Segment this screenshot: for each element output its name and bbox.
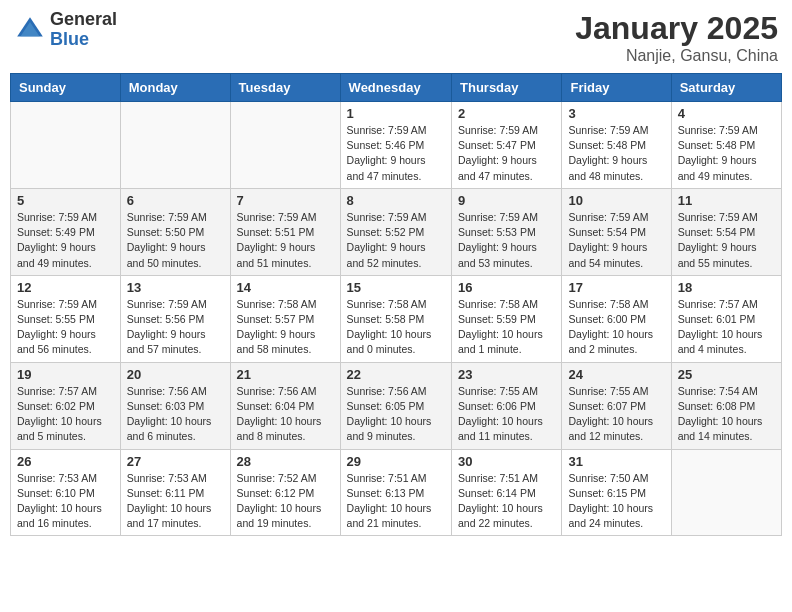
day-number: 8 <box>347 193 445 208</box>
day-number: 1 <box>347 106 445 121</box>
day-number: 22 <box>347 367 445 382</box>
calendar-day-cell: 8Sunrise: 7:59 AM Sunset: 5:52 PM Daylig… <box>340 188 451 275</box>
day-info: Sunrise: 7:59 AM Sunset: 5:56 PM Dayligh… <box>127 297 224 358</box>
calendar-day-cell: 11Sunrise: 7:59 AM Sunset: 5:54 PM Dayli… <box>671 188 781 275</box>
calendar-day-cell: 6Sunrise: 7:59 AM Sunset: 5:50 PM Daylig… <box>120 188 230 275</box>
day-info: Sunrise: 7:55 AM Sunset: 6:07 PM Dayligh… <box>568 384 664 445</box>
calendar-header-monday: Monday <box>120 74 230 102</box>
day-number: 11 <box>678 193 775 208</box>
calendar-day-cell: 3Sunrise: 7:59 AM Sunset: 5:48 PM Daylig… <box>562 102 671 189</box>
day-info: Sunrise: 7:59 AM Sunset: 5:55 PM Dayligh… <box>17 297 114 358</box>
calendar-header-saturday: Saturday <box>671 74 781 102</box>
day-info: Sunrise: 7:59 AM Sunset: 5:48 PM Dayligh… <box>568 123 664 184</box>
calendar-day-cell: 31Sunrise: 7:50 AM Sunset: 6:15 PM Dayli… <box>562 449 671 536</box>
calendar-day-cell: 21Sunrise: 7:56 AM Sunset: 6:04 PM Dayli… <box>230 362 340 449</box>
day-number: 21 <box>237 367 334 382</box>
day-number: 23 <box>458 367 555 382</box>
calendar-day-cell: 30Sunrise: 7:51 AM Sunset: 6:14 PM Dayli… <box>452 449 562 536</box>
day-number: 2 <box>458 106 555 121</box>
calendar-header-wednesday: Wednesday <box>340 74 451 102</box>
location: Nanjie, Gansu, China <box>575 47 778 65</box>
day-number: 19 <box>17 367 114 382</box>
day-info: Sunrise: 7:59 AM Sunset: 5:47 PM Dayligh… <box>458 123 555 184</box>
day-number: 28 <box>237 454 334 469</box>
calendar-week-row: 5Sunrise: 7:59 AM Sunset: 5:49 PM Daylig… <box>11 188 782 275</box>
day-info: Sunrise: 7:59 AM Sunset: 5:53 PM Dayligh… <box>458 210 555 271</box>
calendar-day-cell: 15Sunrise: 7:58 AM Sunset: 5:58 PM Dayli… <box>340 275 451 362</box>
day-number: 14 <box>237 280 334 295</box>
calendar-week-row: 19Sunrise: 7:57 AM Sunset: 6:02 PM Dayli… <box>11 362 782 449</box>
day-info: Sunrise: 7:53 AM Sunset: 6:10 PM Dayligh… <box>17 471 114 532</box>
day-number: 4 <box>678 106 775 121</box>
day-number: 29 <box>347 454 445 469</box>
logo-blue-text: Blue <box>50 30 117 50</box>
day-info: Sunrise: 7:54 AM Sunset: 6:08 PM Dayligh… <box>678 384 775 445</box>
page-header: General Blue January 2025 Nanjie, Gansu,… <box>10 10 782 65</box>
logo-general-text: General <box>50 10 117 30</box>
day-info: Sunrise: 7:56 AM Sunset: 6:05 PM Dayligh… <box>347 384 445 445</box>
calendar-day-cell: 18Sunrise: 7:57 AM Sunset: 6:01 PM Dayli… <box>671 275 781 362</box>
day-info: Sunrise: 7:59 AM Sunset: 5:46 PM Dayligh… <box>347 123 445 184</box>
day-info: Sunrise: 7:51 AM Sunset: 6:13 PM Dayligh… <box>347 471 445 532</box>
calendar-day-cell <box>230 102 340 189</box>
calendar-week-row: 26Sunrise: 7:53 AM Sunset: 6:10 PM Dayli… <box>11 449 782 536</box>
day-number: 9 <box>458 193 555 208</box>
day-info: Sunrise: 7:59 AM Sunset: 5:49 PM Dayligh… <box>17 210 114 271</box>
calendar-header-sunday: Sunday <box>11 74 121 102</box>
calendar-day-cell: 24Sunrise: 7:55 AM Sunset: 6:07 PM Dayli… <box>562 362 671 449</box>
day-number: 24 <box>568 367 664 382</box>
day-number: 25 <box>678 367 775 382</box>
day-info: Sunrise: 7:57 AM Sunset: 6:01 PM Dayligh… <box>678 297 775 358</box>
day-info: Sunrise: 7:59 AM Sunset: 5:54 PM Dayligh… <box>678 210 775 271</box>
calendar-day-cell: 27Sunrise: 7:53 AM Sunset: 6:11 PM Dayli… <box>120 449 230 536</box>
day-info: Sunrise: 7:52 AM Sunset: 6:12 PM Dayligh… <box>237 471 334 532</box>
calendar-day-cell: 25Sunrise: 7:54 AM Sunset: 6:08 PM Dayli… <box>671 362 781 449</box>
calendar-week-row: 1Sunrise: 7:59 AM Sunset: 5:46 PM Daylig… <box>11 102 782 189</box>
logo: General Blue <box>14 10 117 50</box>
day-info: Sunrise: 7:51 AM Sunset: 6:14 PM Dayligh… <box>458 471 555 532</box>
day-number: 20 <box>127 367 224 382</box>
calendar-header-thursday: Thursday <box>452 74 562 102</box>
day-info: Sunrise: 7:59 AM Sunset: 5:52 PM Dayligh… <box>347 210 445 271</box>
calendar-day-cell: 12Sunrise: 7:59 AM Sunset: 5:55 PM Dayli… <box>11 275 121 362</box>
calendar-day-cell: 10Sunrise: 7:59 AM Sunset: 5:54 PM Dayli… <box>562 188 671 275</box>
day-info: Sunrise: 7:59 AM Sunset: 5:54 PM Dayligh… <box>568 210 664 271</box>
day-number: 17 <box>568 280 664 295</box>
calendar-day-cell <box>11 102 121 189</box>
calendar-day-cell: 17Sunrise: 7:58 AM Sunset: 6:00 PM Dayli… <box>562 275 671 362</box>
day-info: Sunrise: 7:58 AM Sunset: 5:59 PM Dayligh… <box>458 297 555 358</box>
day-number: 18 <box>678 280 775 295</box>
calendar-day-cell: 4Sunrise: 7:59 AM Sunset: 5:48 PM Daylig… <box>671 102 781 189</box>
calendar-day-cell: 16Sunrise: 7:58 AM Sunset: 5:59 PM Dayli… <box>452 275 562 362</box>
calendar-day-cell: 26Sunrise: 7:53 AM Sunset: 6:10 PM Dayli… <box>11 449 121 536</box>
day-number: 6 <box>127 193 224 208</box>
calendar-day-cell: 28Sunrise: 7:52 AM Sunset: 6:12 PM Dayli… <box>230 449 340 536</box>
calendar: SundayMondayTuesdayWednesdayThursdayFrid… <box>10 73 782 536</box>
day-number: 27 <box>127 454 224 469</box>
day-info: Sunrise: 7:58 AM Sunset: 5:58 PM Dayligh… <box>347 297 445 358</box>
calendar-day-cell: 20Sunrise: 7:56 AM Sunset: 6:03 PM Dayli… <box>120 362 230 449</box>
calendar-header-friday: Friday <box>562 74 671 102</box>
calendar-day-cell: 1Sunrise: 7:59 AM Sunset: 5:46 PM Daylig… <box>340 102 451 189</box>
logo-icon <box>14 14 46 46</box>
day-info: Sunrise: 7:55 AM Sunset: 6:06 PM Dayligh… <box>458 384 555 445</box>
day-info: Sunrise: 7:59 AM Sunset: 5:50 PM Dayligh… <box>127 210 224 271</box>
calendar-day-cell: 13Sunrise: 7:59 AM Sunset: 5:56 PM Dayli… <box>120 275 230 362</box>
day-number: 16 <box>458 280 555 295</box>
calendar-day-cell: 23Sunrise: 7:55 AM Sunset: 6:06 PM Dayli… <box>452 362 562 449</box>
day-info: Sunrise: 7:53 AM Sunset: 6:11 PM Dayligh… <box>127 471 224 532</box>
calendar-day-cell: 14Sunrise: 7:58 AM Sunset: 5:57 PM Dayli… <box>230 275 340 362</box>
day-info: Sunrise: 7:58 AM Sunset: 6:00 PM Dayligh… <box>568 297 664 358</box>
day-info: Sunrise: 7:56 AM Sunset: 6:03 PM Dayligh… <box>127 384 224 445</box>
calendar-day-cell: 2Sunrise: 7:59 AM Sunset: 5:47 PM Daylig… <box>452 102 562 189</box>
day-number: 30 <box>458 454 555 469</box>
day-number: 26 <box>17 454 114 469</box>
calendar-week-row: 12Sunrise: 7:59 AM Sunset: 5:55 PM Dayli… <box>11 275 782 362</box>
day-number: 31 <box>568 454 664 469</box>
month-title: January 2025 <box>575 10 778 47</box>
day-number: 12 <box>17 280 114 295</box>
calendar-header-tuesday: Tuesday <box>230 74 340 102</box>
day-info: Sunrise: 7:56 AM Sunset: 6:04 PM Dayligh… <box>237 384 334 445</box>
day-info: Sunrise: 7:50 AM Sunset: 6:15 PM Dayligh… <box>568 471 664 532</box>
calendar-day-cell <box>120 102 230 189</box>
